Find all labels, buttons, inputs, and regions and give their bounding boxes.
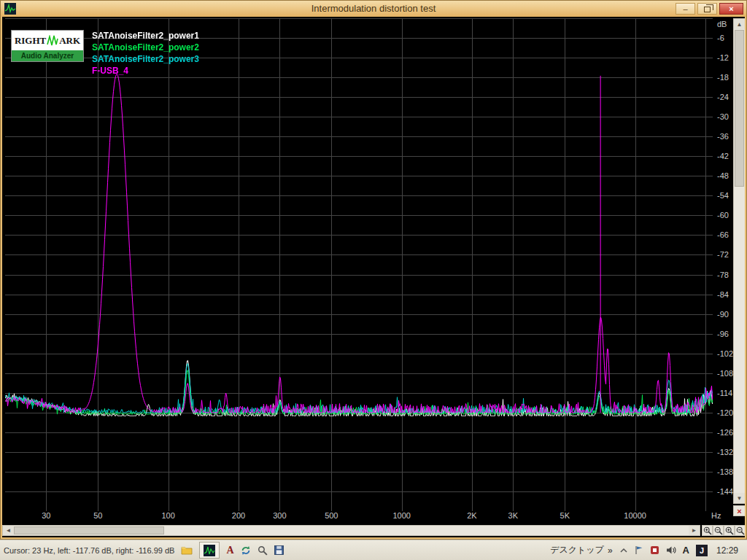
y-tick-label: -126 xyxy=(717,428,733,437)
vertical-scrollbar[interactable]: ▲ ▼ xyxy=(733,18,745,504)
y-tick-label: -12 xyxy=(717,53,729,62)
font-viewer-icon[interactable]: A xyxy=(226,545,233,556)
rightmark-logo: RIGHT ARK Audio Analyzer xyxy=(11,30,84,62)
sync-icon[interactable] xyxy=(241,545,251,556)
vertical-scroll-thumb[interactable] xyxy=(735,30,744,187)
y-tick-label: -132 xyxy=(717,448,733,456)
spectrum-app-icon xyxy=(204,545,215,556)
y-tick-label: -36 xyxy=(717,132,729,141)
y-tick-label: -48 xyxy=(717,171,729,180)
action-center-flag-icon[interactable] xyxy=(635,545,643,555)
zoom-in-x-button[interactable] xyxy=(702,525,713,536)
x-tick-label: 300 xyxy=(273,511,286,520)
x-tick-label: 100 xyxy=(161,511,174,520)
x-axis-labels: 305010020030050010002K3K5K10000Hz xyxy=(2,511,745,523)
x-tick-label: 2K xyxy=(467,511,476,520)
zoom-in-y-button[interactable] xyxy=(724,525,735,536)
toolbar-overflow-chevron[interactable]: » xyxy=(608,545,613,556)
legend-item: SATAnoiseFilter2_power1 xyxy=(92,30,199,42)
scroll-up-arrow-icon[interactable]: ▲ xyxy=(734,19,745,29)
notification-area: デスクトップ » xyxy=(550,544,747,556)
desktop-toolbar-label[interactable]: デスクトップ xyxy=(550,544,604,556)
rmaa-window: Intermodulation distortion test – × RIGH… xyxy=(0,0,747,540)
y-tick-label: -66 xyxy=(717,230,729,239)
logo-wordmark: RIGHT ARK xyxy=(12,31,83,50)
window-title: Intermodulation distortion test xyxy=(1,3,746,14)
active-app-taskbar-button[interactable] xyxy=(199,542,220,559)
restore-icon xyxy=(704,7,711,12)
titlebar[interactable]: Intermodulation distortion test – × xyxy=(1,1,746,17)
y-tick-label: -54 xyxy=(717,191,729,200)
logo-text-left: RIGHT xyxy=(15,35,46,47)
logo-text-right: ARK xyxy=(59,35,80,47)
j-badge: J xyxy=(696,545,708,556)
logo-waveform-icon xyxy=(47,35,58,47)
x-tick-label: 1000 xyxy=(392,511,410,520)
desktop-screen: Intermodulation distortion test – × RIGH… xyxy=(0,0,747,560)
x-tick-label: 500 xyxy=(325,511,338,520)
x-tick-label: 3K xyxy=(508,511,518,520)
folder-icon[interactable] xyxy=(181,545,193,555)
y-tick-label: -60 xyxy=(717,211,729,219)
legend: SATAnoiseFilter2_power1SATAnoiseFilter2_… xyxy=(92,30,199,77)
zoom-out-y-button[interactable] xyxy=(735,525,745,536)
y-tick-label: -114 xyxy=(717,389,732,397)
scroll-left-arrow-icon[interactable]: ◄ xyxy=(3,526,14,535)
plot-client: RIGHT ARK Audio Analyzer SATAnoiseFilter… xyxy=(2,17,745,537)
y-tick-label: -78 xyxy=(717,271,729,279)
legend-item: SATAnoiseFilter2_power3 xyxy=(92,53,199,65)
cursor-status-text: Cursor: 23 Hz, left: -117.76 dB, right: … xyxy=(4,546,174,555)
x-axis-unit: Hz xyxy=(711,511,721,520)
show-hidden-icons-chevron-icon[interactable] xyxy=(619,547,628,554)
y-tick-label: -138 xyxy=(717,467,733,476)
zoom-buttons xyxy=(702,525,745,536)
x-tick-label: 200 xyxy=(232,511,245,520)
search-icon[interactable] xyxy=(258,545,268,556)
y-tick-label: -108 xyxy=(717,369,733,378)
legend-item: SATAnoiseFilter2_power2 xyxy=(92,42,199,53)
x-tick-label: 50 xyxy=(93,511,102,520)
y-tick-label: -72 xyxy=(717,250,729,259)
spectrum-plot[interactable] xyxy=(5,18,713,511)
horizontal-scrollbar[interactable]: ◄ ► xyxy=(2,525,700,536)
zoom-out-x-button[interactable] xyxy=(713,525,724,536)
close-graph-button[interactable]: × xyxy=(733,505,745,516)
y-tick-label: -42 xyxy=(717,152,729,160)
ime-mode-icon[interactable]: J xyxy=(696,545,708,556)
tray-app-icon[interactable] xyxy=(650,545,659,555)
y-tick-label: -30 xyxy=(717,112,729,121)
x-tick-label: 30 xyxy=(42,511,50,520)
x-tick-label: 10000 xyxy=(624,511,646,520)
window-controls: – × xyxy=(676,3,743,15)
y-tick-label: -144 xyxy=(717,487,733,496)
ime-language-icon[interactable]: A xyxy=(683,545,689,556)
magnifier-plus-icon xyxy=(725,526,734,535)
y-tick-label: -24 xyxy=(717,93,729,101)
x-tick-label: 5K xyxy=(560,511,570,520)
legend-item: F-USB_4 xyxy=(92,65,199,77)
close-button[interactable]: × xyxy=(719,3,743,15)
minimize-button[interactable]: – xyxy=(676,3,695,15)
y-tick-label: -96 xyxy=(717,330,729,338)
magnifier-plus-icon xyxy=(703,526,712,535)
scroll-down-arrow-icon[interactable]: ▼ xyxy=(734,493,745,503)
speaker-icon[interactable] xyxy=(666,545,676,555)
y-tick-label: -90 xyxy=(717,310,729,319)
y-tick-label: -18 xyxy=(717,73,729,82)
logo-subtitle: Audio Analyzer xyxy=(12,50,83,61)
y-tick-label: -102 xyxy=(717,349,733,358)
y-tick-label: -84 xyxy=(717,290,729,299)
magnifier-minus-icon xyxy=(736,526,745,535)
y-axis-unit: dB xyxy=(717,20,727,28)
horizontal-scroll-thumb[interactable] xyxy=(14,526,164,534)
y-tick-label: -6 xyxy=(717,34,724,42)
y-tick-label: -120 xyxy=(717,408,733,417)
save-icon[interactable] xyxy=(274,545,284,555)
magnifier-minus-icon xyxy=(714,526,723,535)
restore-button[interactable] xyxy=(697,3,717,15)
scroll-right-arrow-icon[interactable]: ► xyxy=(689,526,700,535)
taskbar[interactable]: Cursor: 23 Hz, left: -117.76 dB, right: … xyxy=(0,540,747,560)
taskbar-clock[interactable]: 12:29 xyxy=(716,545,738,556)
